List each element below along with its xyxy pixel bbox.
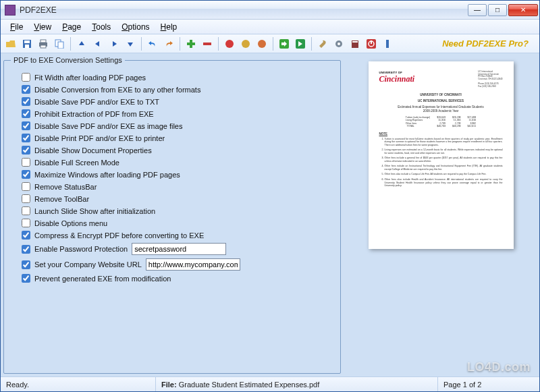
setting-checkbox[interactable] <box>22 245 30 254</box>
open-icon[interactable] <box>3 36 18 51</box>
setting-checkbox[interactable] <box>22 182 30 191</box>
setting-checkbox[interactable] <box>22 170 30 179</box>
doc-notes: Tuition is assessed for most full-time s… <box>379 138 503 188</box>
setting-checkbox[interactable] <box>22 109 30 118</box>
setting-label: Set your Company Website URL <box>34 260 142 269</box>
settings-panel: PDF to EXE Conversion Settings Fit Width… <box>3 56 341 374</box>
setting-label: Enable Password Protection <box>34 245 128 253</box>
setting-checkbox[interactable] <box>22 231 30 240</box>
doc-header2: UC INTERNATIONAL SERVICES <box>379 99 503 103</box>
titlebar: PDF2EXE — □ ✕ <box>1 1 539 20</box>
svg-point-11 <box>225 40 234 48</box>
setting-label: Fit Width after loading PDF pages <box>34 74 146 82</box>
setting-checkbox[interactable] <box>22 206 30 215</box>
close-button[interactable]: ✕ <box>508 4 538 16</box>
toolbar-separator <box>180 37 180 51</box>
setting-label: Disable Show Document Properties <box>34 146 152 155</box>
setting-label: Remove StatusBar <box>34 183 97 191</box>
setting-row: Disable Save PDF and/or EXE to TXT <box>22 97 333 106</box>
stop-red-icon[interactable] <box>222 36 237 51</box>
add-icon[interactable] <box>184 36 198 51</box>
setting-row: Launch Slide Show after initialization <box>22 206 333 215</box>
copy-icon[interactable] <box>52 36 67 51</box>
settings-fieldset: PDF to EXE Conversion Settings Fit Width… <box>3 56 341 374</box>
toolbar: Need PDF2EXE Pro? <box>1 34 539 53</box>
toolbar-separator <box>273 37 273 51</box>
svg-rect-1 <box>24 40 30 43</box>
save-icon[interactable] <box>20 36 34 51</box>
promo-link[interactable]: Need PDF2EXE Pro? <box>442 38 537 49</box>
setting-checkbox[interactable] <box>22 219 30 227</box>
play-green-icon[interactable] <box>277 36 292 51</box>
setting-label: Disable Conversion from EXE to any other… <box>34 86 200 94</box>
menu-page[interactable]: Page <box>57 21 86 33</box>
menubar: File View Page Tools Options Help <box>1 20 539 34</box>
gear-icon[interactable] <box>331 36 346 51</box>
redo-icon[interactable] <box>161 36 176 51</box>
app-window: PDF2EXE — □ ✕ File View Page Tools Optio… <box>0 0 540 392</box>
status-file: File: Graduate Student Estimated Expense… <box>156 377 438 391</box>
doc-note-heading: NOTE <box>379 132 503 136</box>
setting-row: Fit Width after loading PDF pages <box>22 73 333 82</box>
svg-rect-22 <box>371 40 372 44</box>
setting-checkbox[interactable] <box>22 194 30 203</box>
undo-icon[interactable] <box>145 36 160 51</box>
setting-row: Compress & Encrypt PDF before converting… <box>22 231 333 240</box>
menu-options[interactable]: Options <box>116 21 155 33</box>
power-icon[interactable] <box>364 36 379 51</box>
setting-label: Disable Options menu <box>34 219 107 227</box>
svg-rect-5 <box>40 45 46 48</box>
setting-label: Disable Full Screen Mode <box>34 159 119 167</box>
setting-row: Disable Conversion from EXE to any other… <box>22 85 333 94</box>
menu-file[interactable]: File <box>5 21 28 33</box>
maximize-button[interactable]: □ <box>488 4 507 16</box>
svg-rect-7 <box>58 42 63 49</box>
setting-label: Disable Print PDF and/or EXE to printer <box>34 134 165 142</box>
setting-checkbox[interactable] <box>22 134 30 142</box>
setting-row: Disable Options menu <box>22 219 333 227</box>
setting-checkbox[interactable] <box>22 274 30 283</box>
down-icon[interactable] <box>123 36 138 51</box>
remove-icon[interactable] <box>200 36 215 51</box>
right-icon[interactable] <box>107 36 122 51</box>
info-icon[interactable] <box>380 36 395 51</box>
setting-label: Compress & Encrypt PDF before converting… <box>34 231 204 240</box>
setting-input[interactable] <box>132 243 226 255</box>
setting-checkbox[interactable] <box>22 121 30 130</box>
setting-checkbox[interactable] <box>22 260 30 269</box>
document-thumbnail[interactable]: UNIVERSITY OF Cincinnati UC Internationa… <box>369 61 514 249</box>
up-icon[interactable] <box>74 36 89 51</box>
setting-checkbox[interactable] <box>22 146 30 155</box>
content-area: PDF to EXE Conversion Settings Fit Width… <box>1 53 539 376</box>
toolbar-separator <box>141 37 142 51</box>
book-icon[interactable] <box>348 36 362 51</box>
stop-yellow-icon[interactable] <box>238 36 253 51</box>
svg-rect-4 <box>40 40 46 43</box>
setting-row: Remove StatusBar <box>22 182 333 191</box>
svg-rect-2 <box>25 45 29 48</box>
menu-tools[interactable]: Tools <box>86 21 116 33</box>
setting-label: Disable Save PDF and/or EXE to TXT <box>34 98 159 106</box>
print-icon[interactable] <box>36 36 51 51</box>
setting-row: Disable Save PDF and/or EXE as image fil… <box>22 121 333 130</box>
wrench-icon[interactable] <box>315 36 330 51</box>
stop-orange-icon[interactable] <box>254 36 269 51</box>
status-ready: Ready. <box>1 377 156 391</box>
left-icon[interactable] <box>90 36 105 51</box>
minimize-button[interactable]: — <box>468 4 487 16</box>
setting-row: Disable Print PDF and/or EXE to printer <box>22 134 333 142</box>
go-icon[interactable] <box>293 36 308 51</box>
svg-point-12 <box>242 40 250 48</box>
setting-row: Maximize Windows after loading PDF pages <box>22 170 333 179</box>
setting-label: Maximize Windows after loading PDF pages <box>34 171 180 179</box>
menu-help[interactable]: Help <box>155 21 183 33</box>
menu-view[interactable]: View <box>28 21 57 33</box>
setting-checkbox[interactable] <box>22 85 30 94</box>
setting-row: Prevent generated EXE from modification <box>22 274 333 283</box>
setting-checkbox[interactable] <box>22 97 30 106</box>
setting-label: Prohibit Extraction of PDF from EXE <box>34 110 154 118</box>
setting-checkbox[interactable] <box>22 73 30 82</box>
setting-checkbox[interactable] <box>22 158 30 167</box>
status-page: Page 1 of 2 <box>438 377 539 391</box>
setting-input[interactable] <box>146 258 240 271</box>
